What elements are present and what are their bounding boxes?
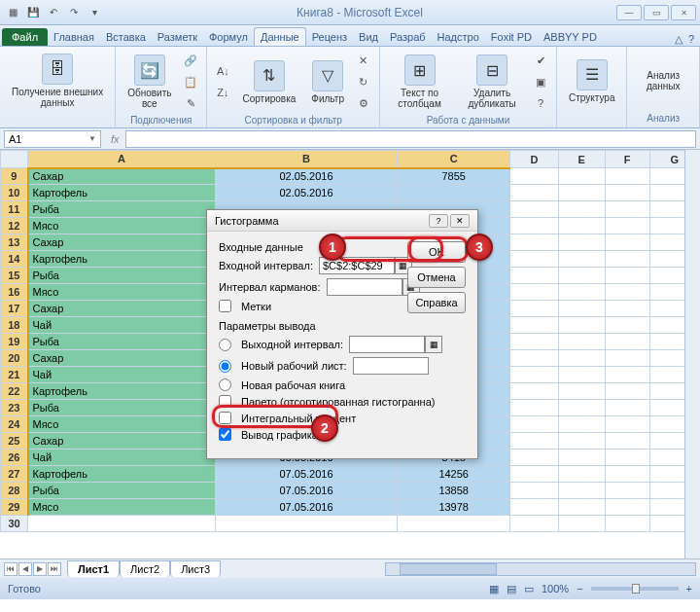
cell-D25[interactable] <box>510 433 559 450</box>
cell-D17[interactable] <box>510 301 559 317</box>
cell-A27[interactable]: Картофель <box>28 466 216 483</box>
cell-A29[interactable]: Мясо <box>28 499 216 516</box>
maximize-button[interactable]: ▭ <box>644 5 669 20</box>
row-header-11[interactable]: 11 <box>1 201 28 218</box>
cell-F15[interactable] <box>605 268 649 284</box>
row-header-28[interactable]: 28 <box>1 483 28 499</box>
col-header-F[interactable]: F <box>605 151 649 168</box>
sort-desc-icon[interactable]: Z↓ <box>213 83 232 102</box>
cell-F19[interactable] <box>605 334 649 350</box>
cell-E21[interactable] <box>558 367 605 383</box>
cell-E28[interactable] <box>558 483 605 499</box>
sheet-tab-3[interactable]: Лист3 <box>170 560 221 577</box>
cell-D21[interactable] <box>510 367 559 383</box>
view-layout-icon[interactable]: ▤ <box>507 583 516 595</box>
cell-D16[interactable] <box>510 284 559 301</box>
ribbon-minimize-icon[interactable]: △ <box>675 33 682 46</box>
select-all-corner[interactable] <box>1 151 28 168</box>
name-box[interactable]: A1 ▼ <box>4 130 101 148</box>
filter-button[interactable]: ▽ Фильтр <box>305 58 350 106</box>
col-header-B[interactable]: B <box>215 151 397 168</box>
cell-C29[interactable]: 13978 <box>398 499 510 516</box>
clear-filter-icon[interactable]: ✕ <box>354 51 373 70</box>
cell-F18[interactable] <box>605 317 649 334</box>
zoom-out-icon[interactable]: − <box>577 583 582 594</box>
cell-D11[interactable] <box>510 201 559 218</box>
row-header-29[interactable]: 29 <box>1 499 28 516</box>
cell-F11[interactable] <box>605 201 649 218</box>
cell-E9[interactable] <box>558 168 605 185</box>
cell-F24[interactable] <box>605 416 649 433</box>
cell-E10[interactable] <box>558 185 605 201</box>
sheet-nav-last-icon[interactable]: ⏭ <box>48 562 61 576</box>
dialog-titlebar[interactable]: Гистограмма ? ✕ <box>207 210 477 232</box>
sort-asc-icon[interactable]: A↓ <box>213 61 232 81</box>
cell-C27[interactable]: 14256 <box>398 466 510 483</box>
ribbon-tab-abbyy pd[interactable]: ABBYY PD <box>538 28 603 46</box>
cell-F29[interactable] <box>605 499 649 516</box>
cell-F12[interactable] <box>605 218 649 234</box>
cell-D22[interactable] <box>510 383 559 400</box>
chevron-down-icon[interactable]: ▼ <box>88 134 96 143</box>
cell-F23[interactable] <box>605 400 649 416</box>
cell-B28[interactable]: 07.05.2016 <box>215 483 397 499</box>
sort-button[interactable]: ⇅ Сортировка <box>236 58 301 106</box>
cell-D14[interactable] <box>510 251 559 268</box>
cell-A10[interactable]: Картофель <box>28 185 216 201</box>
remove-duplicates-button[interactable]: ⊟ Удалить дубликаты <box>457 53 527 111</box>
cell-A25[interactable]: Сахар <box>28 433 216 450</box>
cell-D29[interactable] <box>510 499 559 516</box>
cell-D28[interactable] <box>510 483 559 499</box>
cell-B10[interactable]: 02.05.2016 <box>215 185 397 201</box>
cell-F10[interactable] <box>605 185 649 201</box>
row-header-25[interactable]: 25 <box>1 433 28 450</box>
cell-E20[interactable] <box>558 350 605 367</box>
cell-D15[interactable] <box>510 268 559 284</box>
cell-A28[interactable]: Рыба <box>28 483 216 499</box>
redo-icon[interactable]: ↷ <box>65 4 83 21</box>
cell-D23[interactable] <box>510 400 559 416</box>
cell-A26[interactable]: Чай <box>28 450 216 466</box>
cell-F17[interactable] <box>605 301 649 317</box>
sheet-nav-next-icon[interactable]: ▶ <box>33 562 47 576</box>
row-header-21[interactable]: 21 <box>1 367 28 383</box>
cell-E23[interactable] <box>558 400 605 416</box>
cell-F13[interactable] <box>605 234 649 251</box>
properties-icon[interactable]: 📋 <box>181 72 200 91</box>
undo-icon[interactable]: ↶ <box>45 4 62 21</box>
cell-A19[interactable]: Рыба <box>28 334 216 350</box>
row-header-10[interactable]: 10 <box>1 185 28 201</box>
bin-range-field[interactable] <box>327 278 402 296</box>
cell-A9[interactable]: Сахар <box>28 168 216 185</box>
ribbon-tab-главная[interactable]: Главная <box>48 28 100 46</box>
cell-F14[interactable] <box>605 251 649 268</box>
ok-button[interactable]: OK <box>407 241 466 263</box>
cell-D30[interactable] <box>510 516 559 532</box>
cell-D26[interactable] <box>510 450 559 466</box>
row-header-15[interactable]: 15 <box>1 268 28 284</box>
row-header-14[interactable]: 14 <box>1 251 28 268</box>
col-header-E[interactable]: E <box>558 151 605 168</box>
fx-icon[interactable]: fx <box>105 133 125 145</box>
cell-E15[interactable] <box>558 268 605 284</box>
col-header-A[interactable]: A <box>28 151 216 168</box>
output-range-radio[interactable] <box>219 339 231 351</box>
cell-E18[interactable] <box>558 317 605 334</box>
pareto-checkbox[interactable] <box>219 395 231 408</box>
cell-E22[interactable] <box>558 383 605 400</box>
row-header-27[interactable]: 27 <box>1 466 28 483</box>
get-external-data-button[interactable]: 🗄 Получение внешних данных <box>6 52 109 110</box>
connections-icon[interactable]: 🔗 <box>181 51 200 70</box>
horizontal-scrollbar[interactable] <box>385 562 696 576</box>
cell-D18[interactable] <box>510 317 559 334</box>
ribbon-tab-foxit pd[interactable]: Foxit PD <box>485 28 538 46</box>
cell-D24[interactable] <box>510 416 559 433</box>
help-button[interactable]: Справка <box>407 292 466 313</box>
data-analysis-button[interactable]: Анализ данных <box>633 68 693 93</box>
row-header-23[interactable]: 23 <box>1 400 28 416</box>
outline-button[interactable]: ☰ Структура <box>563 57 620 105</box>
cell-D27[interactable] <box>510 466 559 483</box>
cell-F30[interactable] <box>605 516 649 532</box>
minimize-button[interactable]: — <box>616 5 642 20</box>
zoom-level[interactable]: 100% <box>542 583 569 594</box>
